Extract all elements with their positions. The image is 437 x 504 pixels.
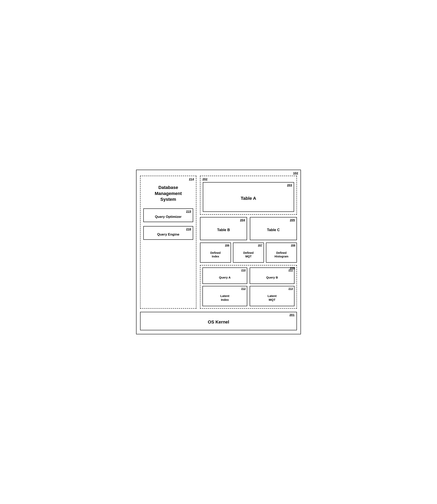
row-def: 206 DefinedIndex 207 DefinedMQT 208 Defi… — [200, 243, 297, 263]
box-207: 207 DefinedMQT — [233, 243, 264, 263]
table-c-title: Table C — [252, 222, 295, 238]
table-a-title: Table A — [206, 188, 291, 209]
label-215: 215 — [186, 210, 191, 213]
label-207: 207 — [258, 244, 262, 247]
col-right: 202 203 Table A 204 Table B 205 Ta — [200, 176, 297, 309]
label-201: 201 — [289, 313, 295, 316]
label-202: 202 — [202, 177, 208, 181]
defined-index-title: DefinedIndex — [202, 247, 229, 261]
main-content: 214 DatabaseManagementSystem 215 Query O… — [140, 176, 297, 309]
label-208: 208 — [291, 244, 295, 247]
box-206: 206 DefinedIndex — [200, 243, 231, 263]
query-a-title: Query A — [204, 272, 245, 282]
os-kernel-title: OS Kernel — [143, 317, 294, 327]
label-204: 204 — [240, 218, 245, 222]
label-212: 212 — [241, 287, 246, 290]
box-216: 216 Query Engine — [143, 226, 193, 240]
diagram-wrapper: 102 214 DatabaseManagementSystem 215 Que… — [132, 166, 305, 338]
latent-index-title: LatentIndex — [204, 291, 245, 304]
box-209: 209 210 Query A 211 Query B — [200, 265, 297, 309]
query-engine-title: Query Engine — [146, 233, 191, 237]
box-212: 212 LatentIndex — [202, 286, 247, 306]
query-optimizer-title: Query Optimizer — [146, 215, 191, 219]
box-214: 214 DatabaseManagementSystem 215 Query O… — [140, 176, 196, 309]
label-203: 203 — [287, 183, 292, 187]
label-102: 102 — [293, 171, 298, 175]
box-210: 210 Query A — [202, 267, 247, 284]
box-205: 205 Table C — [250, 217, 297, 240]
defined-histogram-title: DefinedHistogram — [268, 247, 295, 261]
label-216: 216 — [186, 227, 191, 231]
table-b-title: Table B — [202, 222, 245, 238]
box-202: 202 203 Table A — [200, 176, 297, 215]
dbms-title: DatabaseManagementSystem — [143, 185, 193, 202]
label-206: 206 — [225, 244, 229, 247]
col-left: 214 DatabaseManagementSystem 215 Query O… — [140, 176, 196, 309]
row-latent: 212 LatentIndex 213 LatentMQT — [202, 286, 295, 306]
label-214: 214 — [189, 177, 194, 181]
box-203: 203 Table A — [203, 182, 294, 212]
label-213: 213 — [288, 287, 293, 290]
box-211: 211 Query B — [250, 267, 295, 284]
latent-mqt-title: LatentMQT — [252, 291, 292, 304]
box-204: 204 Table B — [200, 217, 247, 240]
defined-mqt-title: DefinedMQT — [235, 247, 262, 261]
box-215: 215 Query Optimizer — [143, 209, 193, 222]
row-bc: 204 Table B 205 Table C — [200, 217, 297, 240]
label-205: 205 — [290, 218, 295, 222]
box-208: 208 DefinedHistogram — [266, 243, 297, 263]
label-211: 211 — [288, 269, 293, 272]
box-102: 102 214 DatabaseManagementSystem 215 Que… — [136, 170, 301, 334]
label-210: 210 — [241, 269, 246, 272]
query-b-title: Query B — [252, 272, 292, 282]
row-queries: 210 Query A 211 Query B — [202, 267, 295, 284]
box-201: 201 OS Kernel — [140, 312, 297, 330]
box-213: 213 LatentMQT — [250, 286, 295, 306]
